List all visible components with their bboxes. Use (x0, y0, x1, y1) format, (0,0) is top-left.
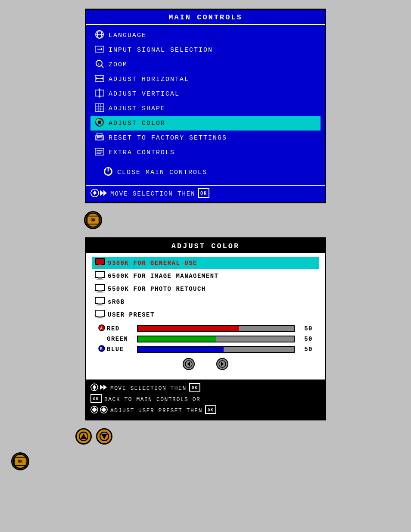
menu-adj-color-label: ADJUST COLOR (109, 120, 165, 127)
monitor-icon-1 (94, 271, 106, 281)
svg-text:B: B (100, 347, 103, 351)
blue-slider-fill (138, 347, 224, 352)
svg-rect-18 (95, 104, 104, 112)
red-slider-bar[interactable] (137, 325, 295, 332)
svg-rect-58 (98, 303, 102, 305)
menu-item-adj-color[interactable]: ADJUST COLOR (90, 116, 321, 131)
arrow-horizontal-icon (93, 74, 106, 85)
svg-marker-40 (103, 190, 107, 196)
svg-text:OK: OK (192, 386, 198, 390)
blue-slider-bar[interactable] (137, 346, 295, 353)
menu-item-extra[interactable]: EXTRA CONTROLS (90, 146, 321, 160)
svg-rect-60 (95, 310, 105, 316)
svg-rect-27 (97, 138, 102, 140)
ok-button-container: OK (84, 211, 102, 231)
slider-row-green: GREEN 50 (98, 336, 313, 342)
grid-icon (93, 103, 106, 115)
bottom-ok-button[interactable]: OK (11, 452, 29, 470)
bottom-arrows-container (75, 428, 112, 445)
menu-item-reset[interactable]: RESET TO FACTORY SETTINGS (90, 131, 321, 145)
monitor-icon-4 (94, 310, 106, 320)
svg-line-8 (101, 65, 103, 68)
adjust-nav-label-3: ADJUST USER PRESET THEN (110, 408, 202, 414)
svg-marker-13 (101, 77, 103, 80)
slider-right-arrow[interactable] (216, 358, 228, 370)
main-controls-panel: MAIN CONTROLS ? LANGUAGE (85, 9, 326, 203)
menu-zoom-label: ZOOM (109, 61, 128, 68)
menu-item-language[interactable]: ? LANGUAGE (90, 28, 321, 43)
svg-marker-16 (98, 88, 101, 90)
menu-reset-label: RESET TO FACTORY SETTINGS (109, 134, 227, 142)
arrow-right-icon (93, 44, 106, 56)
main-menu-list: ? LANGUAGE INPUT SIGNAL SELECTION (86, 25, 325, 185)
menu-input-signal-label: INPUT SIGNAL SELECTION (109, 47, 213, 54)
svg-rect-50 (97, 266, 103, 267)
list-icon (93, 147, 106, 159)
color-9300k-label: 9300K FOR GENERAL USE (108, 260, 197, 267)
main-controls-nav-bar: MOVE SELECTION THEN OK (86, 185, 325, 202)
adjust-color-nav-bar: MOVE SELECTION THEN OK OK BACK TO MAIN C… (86, 380, 325, 419)
menu-item-zoom[interactable]: + ZOOM (90, 58, 321, 72)
menu-extra-label: EXTRA CONTROLS (109, 149, 175, 156)
menu-item-adj-vert[interactable]: ADJUST VERTICAL (90, 87, 321, 101)
globe-icon: ? (93, 30, 106, 41)
color-6500k-label: 6500K FOR IMAGE MANAGEMENT (108, 273, 218, 280)
color-wheel-icon (93, 118, 106, 129)
color-item-user-preset[interactable]: USER PRESET (92, 309, 319, 321)
close-main-label: CLOSE MAIN CONTROLS (117, 169, 207, 176)
slider-left-arrow[interactable] (183, 358, 195, 370)
color-5500k-label: 5500K FOR PHOTO RETOUCH (108, 286, 206, 292)
color-menu-list: 9300K FOR GENERAL USE 6500K FOR IMAGE MA… (86, 253, 325, 380)
nav-icon-pair (90, 188, 108, 199)
adjust-color-panel: ADJUST COLOR 9300K FOR GENERAL USE (85, 237, 326, 420)
menu-item-close[interactable]: CLOSE MAIN CONTROLS (99, 165, 321, 180)
svg-marker-6 (101, 47, 103, 51)
main-nav-label: MOVE SELECTION THEN (110, 190, 196, 197)
green-slider-bar[interactable] (137, 336, 295, 342)
blue-label-container: B BLUE (98, 345, 133, 354)
red-circle-icon: A (98, 324, 105, 333)
slider-nav-arrows (98, 356, 313, 373)
svg-marker-72 (93, 384, 96, 387)
monitor-icon-2 (94, 284, 106, 294)
main-controls-title: MAIN CONTROLS (86, 10, 325, 25)
slider-row-blue: B BLUE 50 (98, 345, 313, 354)
svg-text:OK: OK (93, 397, 99, 401)
svg-marker-75 (100, 385, 103, 390)
ok-sq-icon-3: OK (205, 405, 216, 416)
ok-sq-icon-2: OK (90, 394, 102, 404)
blue-circle-icon: B (98, 345, 105, 354)
svg-rect-54 (95, 284, 105, 290)
color-item-5500k[interactable]: 5500K FOR PHOTO RETOUCH (92, 283, 319, 295)
up-arrow-button[interactable] (75, 428, 92, 445)
green-label-container: GREEN (98, 336, 133, 342)
sliders-section: A RED 50 GREEN 50 (92, 322, 319, 377)
monitor-icon-3 (94, 297, 106, 307)
nav-ud-icon (90, 383, 108, 393)
ok-button[interactable]: OK (84, 211, 102, 229)
blue-slider-value: 50 (299, 346, 313, 353)
svg-rect-51 (95, 271, 105, 277)
green-label: GREEN (107, 336, 128, 342)
svg-rect-56 (97, 292, 103, 292)
adjust-nav-row-1: MOVE SELECTION THEN OK (90, 383, 321, 393)
green-slider-fill (138, 336, 216, 342)
menu-item-adj-shape[interactable]: ADJUST SHAPE (90, 102, 321, 116)
menu-item-adj-horiz[interactable]: ADJUST HORIZONTAL (90, 72, 321, 87)
color-user-preset-label: USER PRESET (108, 311, 155, 318)
color-item-9300k[interactable]: 9300K FOR GENERAL USE (92, 257, 319, 269)
red-label: RED (107, 325, 120, 332)
red-slider-value: 50 (299, 325, 313, 332)
down-arrow-button[interactable] (96, 428, 112, 445)
color-item-6500k[interactable]: 6500K FOR IMAGE MANAGEMENT (92, 270, 319, 282)
svg-text:OK: OK (18, 459, 23, 464)
svg-marker-86 (101, 407, 104, 412)
svg-point-24 (98, 121, 101, 124)
menu-adj-horiz-label: ADJUST HORIZONTAL (109, 76, 189, 83)
close-power-icon (102, 167, 115, 178)
blue-label: BLUE (107, 346, 124, 353)
color-item-srgb[interactable]: sRGB (92, 296, 319, 308)
svg-rect-47 (95, 258, 105, 264)
menu-item-input-signal[interactable]: INPUT SIGNAL SELECTION (90, 43, 321, 57)
color-srgb-label: sRGB (108, 299, 125, 305)
